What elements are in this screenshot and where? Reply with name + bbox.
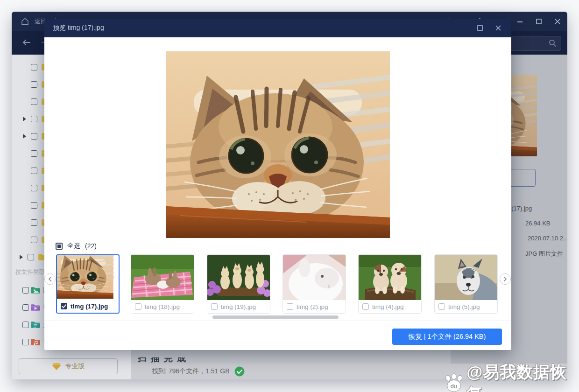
expand-arrow-icon[interactable] <box>22 134 26 139</box>
thumbnail-filename: timg (5).jpg <box>448 303 480 310</box>
thumb-checkbox[interactable] <box>287 303 293 310</box>
thumbnail-card[interactable]: timg (2).jpg <box>282 254 346 314</box>
select-all-checkbox[interactable] <box>56 243 63 250</box>
thumbnail-card[interactable]: timg (4).jpg <box>358 254 422 314</box>
back-icon[interactable] <box>22 39 31 46</box>
folder-checkbox[interactable] <box>31 237 37 243</box>
thumbnail-image-husky <box>435 255 497 301</box>
close-icon[interactable] <box>554 18 561 25</box>
paw-icon: du <box>444 373 464 392</box>
folder-checkbox[interactable] <box>31 64 37 70</box>
documents-folder-icon <box>30 321 41 329</box>
search-icon <box>549 39 557 47</box>
folder-checkbox[interactable] <box>31 98 37 105</box>
audio-checkbox[interactable] <box>22 339 29 345</box>
paw-label: du <box>450 383 457 390</box>
thumbnail-card[interactable]: timg (18).jpg <box>131 254 194 314</box>
select-all-label: 全选 <box>67 242 80 250</box>
dialog-title: 预览 timg (17).jpg <box>53 24 104 32</box>
home-icon[interactable] <box>21 18 29 25</box>
thumb-prev-button[interactable] <box>44 273 56 285</box>
documents-checkbox[interactable] <box>22 322 29 328</box>
folder-checkbox[interactable] <box>31 202 37 209</box>
folder-checkbox[interactable] <box>31 133 37 140</box>
pro-version-button[interactable]: 专业版 <box>19 358 118 374</box>
details-filetype: JPG 图片文件 <box>525 250 563 258</box>
images-folder-icon <box>30 286 41 294</box>
details-filesize: 26.94 KB <box>525 220 551 227</box>
thumbnail-image-rabbits <box>131 255 194 301</box>
thumbnail-filename: timg (2).jpg <box>297 303 328 310</box>
husky-thumb-photo <box>435 255 497 301</box>
thumbnail-filename: timg (19).jpg <box>221 303 256 310</box>
folder-checkbox[interactable] <box>28 254 34 260</box>
expand-arrow-icon[interactable] <box>19 255 23 259</box>
folder-checkbox[interactable] <box>31 185 37 191</box>
scan-result-text: 找到: 796个文件，1.51 GB <box>152 367 230 376</box>
audio-folder-icon <box>30 338 41 346</box>
thumbnail-card[interactable]: timg (19).jpg <box>207 254 270 314</box>
folder-checkbox[interactable] <box>31 219 37 226</box>
minimize-icon[interactable] <box>516 18 523 25</box>
scan-complete-icon <box>234 366 245 377</box>
select-all-count: (22) <box>85 242 97 250</box>
select-all-row[interactable]: 全选 (22) <box>56 242 97 250</box>
thumb-checkbox[interactable] <box>135 303 141 310</box>
cat-thumb-photo <box>57 255 119 301</box>
white-rabbit-thumb-photo <box>283 255 346 301</box>
watermark-text: @易我数据恢复 <box>466 361 579 392</box>
watermark: du @易我数据恢复 <box>444 361 579 392</box>
dialog-close-icon[interactable] <box>495 25 501 31</box>
thumbnail-image-cat <box>57 255 119 301</box>
thumb-checkbox-checked[interactable] <box>61 303 67 309</box>
thumbnail-filename: timg (18).jpg <box>145 303 180 310</box>
dialog-titlebar[interactable]: 预览 timg (17).jpg <box>44 19 511 37</box>
dialog-maximize-icon[interactable] <box>477 25 483 31</box>
images-checkbox[interactable] <box>22 287 29 294</box>
details-date: 2020.07.10 2... <box>528 235 567 242</box>
preview-image <box>166 51 390 238</box>
videos-folder-icon <box>30 303 41 312</box>
thumbnail-filename: timg (17).jpg <box>71 303 108 310</box>
maximize-icon[interactable] <box>536 18 542 25</box>
rabbits-thumb-photo <box>131 255 194 301</box>
videos-checkbox[interactable] <box>22 304 29 311</box>
preview-dialog: 预览 timg (17).jpg 全选 (22) <box>44 19 511 350</box>
thumbnail-filename: timg (4).jpg <box>372 303 404 310</box>
thumbnail-card[interactable]: timg (17).jpg <box>56 254 120 314</box>
thumb-next-button[interactable] <box>500 273 511 285</box>
screen: 返回到主页 在线服务 <box>0 0 579 392</box>
folder-checkbox[interactable] <box>31 168 37 174</box>
thumbnail-image-kittens <box>207 255 270 301</box>
folder-checkbox[interactable] <box>31 116 37 122</box>
thumb-checkbox[interactable] <box>362 303 369 310</box>
thumbnail-image-white-rabbit <box>283 255 346 301</box>
recover-button-label: 恢复 | 1个文件 (26.94 KB) <box>409 332 486 341</box>
cat-photo <box>166 51 390 238</box>
pro-version-label: 专业版 <box>65 362 85 371</box>
puppies-thumb-photo <box>359 255 421 301</box>
kittens-thumb-photo <box>207 255 270 301</box>
thumb-checkbox[interactable] <box>211 303 218 310</box>
thumbnail-card[interactable]: timg (5).jpg <box>434 254 498 314</box>
expand-arrow-icon[interactable] <box>22 117 26 121</box>
file-type-section-title: 按文件类型 <box>15 268 45 276</box>
footer-divider <box>44 321 511 321</box>
thumbnail-image-puppies <box>359 255 421 301</box>
thumb-checkbox[interactable] <box>438 303 445 310</box>
clipped-scan-text: 扫描完成 <box>138 357 208 364</box>
gem-icon <box>52 363 61 371</box>
thumb-scrollbar[interactable] <box>212 315 339 319</box>
recover-button[interactable]: 恢复 | 1个文件 (26.94 KB) <box>392 329 502 345</box>
folder-checkbox[interactable] <box>31 81 37 88</box>
folder-checkbox[interactable] <box>31 150 37 157</box>
